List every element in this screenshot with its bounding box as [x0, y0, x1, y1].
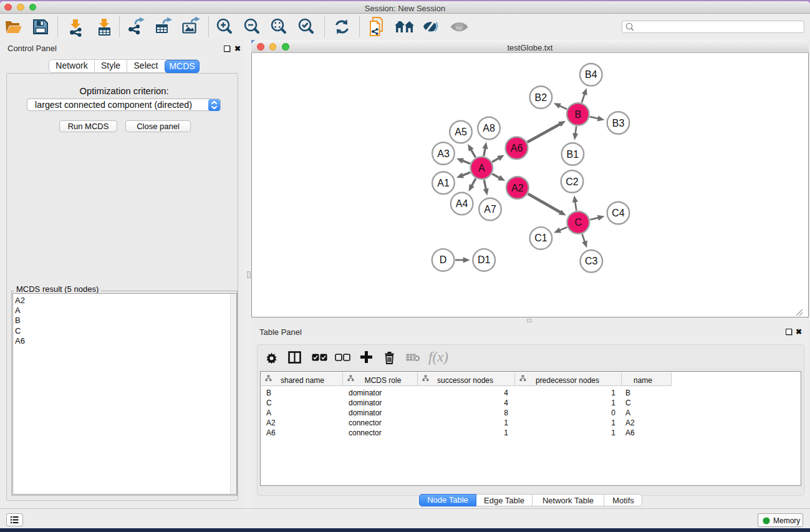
svg-text:B4: B4: [585, 69, 597, 80]
svg-text:A5: A5: [455, 127, 467, 137]
svg-text:A: A: [478, 163, 485, 173]
svg-text:B1: B1: [567, 149, 579, 160]
svg-text:C4: C4: [612, 208, 625, 218]
svg-text:A6: A6: [511, 143, 523, 153]
svg-text:A8: A8: [483, 123, 495, 133]
svg-text:C3: C3: [585, 256, 598, 266]
svg-text:B3: B3: [612, 118, 625, 128]
svg-text:D1: D1: [478, 254, 491, 265]
svg-text:A2: A2: [511, 183, 524, 193]
svg-text:B: B: [574, 109, 581, 120]
svg-text:D: D: [440, 254, 447, 265]
svg-text:A4: A4: [456, 198, 468, 209]
svg-text:A3: A3: [437, 148, 450, 159]
svg-text:A1: A1: [437, 178, 450, 188]
svg-text:A7: A7: [484, 204, 496, 215]
svg-text:B2: B2: [535, 92, 547, 103]
svg-text:C2: C2: [566, 177, 579, 187]
svg-text:C1: C1: [534, 233, 547, 243]
svg-text:C: C: [575, 217, 582, 228]
